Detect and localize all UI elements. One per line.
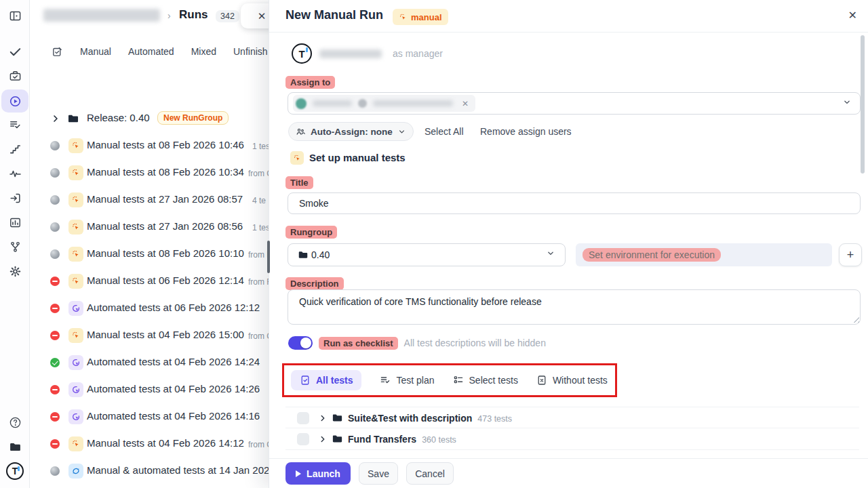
run-title[interactable]: Automated tests at 04 Feb 2026 14:24 <box>87 356 260 367</box>
projects-folder-icon[interactable] <box>0 436 30 457</box>
runs-close-button[interactable]: ✕ <box>241 3 271 28</box>
filter-clipboard-icon[interactable] <box>52 46 63 58</box>
expand-chevron-icon[interactable] <box>318 434 328 444</box>
manual-cursor-icon <box>399 13 408 22</box>
run-as-checklist-row: Run as checklist All test descriptions w… <box>288 336 546 350</box>
help-icon[interactable] <box>0 412 30 432</box>
run-list-item[interactable]: Automated tests at 06 Feb 2026 12:12 <box>30 299 271 318</box>
remove-chip-icon[interactable]: ✕ <box>462 99 469 108</box>
filter-tab-automated[interactable]: Automated <box>128 46 174 57</box>
run-title[interactable]: Manual tests at 27 Jan 2026 08:56 <box>87 220 243 232</box>
tab-select-tests[interactable]: Select tests <box>453 375 518 386</box>
run-list-item[interactable]: Manual tests at 27 Jan 2026 08:57 4 te <box>30 190 271 209</box>
remove-assign-users-button[interactable]: Remove assign users <box>480 126 572 137</box>
branch-icon[interactable] <box>0 237 30 257</box>
run-list-item[interactable]: Manual tests at 08 Feb 2026 10:46 1 tes <box>30 136 271 155</box>
analytics-icon[interactable] <box>0 212 30 232</box>
list-check-icon <box>380 375 391 386</box>
assign-users-select[interactable]: ✕ <box>288 92 861 115</box>
panel-toggle-icon[interactable] <box>0 5 30 26</box>
filter-tab-manual[interactable]: Manual <box>80 46 111 57</box>
run-title[interactable]: Manual tests at 27 Jan 2026 08:57 <box>87 193 243 205</box>
run-list-item[interactable]: Manual tests at 08 Feb 2026 10:10 from M <box>30 245 271 264</box>
breadcrumb-separator: › <box>167 10 171 21</box>
rungroup-dropdown[interactable]: 0.40 <box>288 243 566 266</box>
cancel-button[interactable]: Cancel <box>406 462 454 485</box>
run-list-item[interactable]: Manual tests at 27 Jan 2026 08:56 1 tes <box>30 218 271 237</box>
run-title[interactable]: Automated tests at 04 Feb 2026 14:16 <box>87 410 260 422</box>
run-title[interactable]: Manual tests at 06 Feb 2026 12:14 <box>87 274 244 286</box>
auto-assign-dropdown[interactable]: Auto-Assign: none <box>288 122 414 141</box>
tab-without-tests[interactable]: Without tests <box>536 375 608 386</box>
checklist-icon <box>453 375 464 386</box>
run-list-item[interactable]: Manual tests at 06 Feb 2026 12:14 from R <box>30 272 271 291</box>
suite-name[interactable]: Suite&Test with description473 tests <box>348 413 512 424</box>
save-button[interactable]: Save <box>359 462 398 485</box>
run-title[interactable]: Manual tests at 04 Feb 2026 14:12 <box>87 437 244 449</box>
run-list-item[interactable]: Automated tests at 04 Feb 2026 14:16 <box>30 407 271 426</box>
modal-scrollbar-thumb[interactable] <box>861 35 865 174</box>
breadcrumb-runs-title[interactable]: Runs <box>179 8 208 22</box>
run-list-item[interactable]: Manual tests at 04 Feb 2026 14:12 from C <box>30 434 271 453</box>
status-unexecuted-icon <box>50 222 60 232</box>
automated-run-icon <box>68 382 83 397</box>
import-icon[interactable] <box>0 188 30 208</box>
tasks-check-icon[interactable] <box>0 41 30 62</box>
suite-row[interactable]: Suite&Test with description473 tests <box>285 407 859 428</box>
modal-close-button[interactable]: ✕ <box>848 9 857 22</box>
test-source-tabs-annotation-box: All tests Test plan Select tests Without… <box>282 363 617 397</box>
run-title[interactable]: Manual tests at 08 Feb 2026 10:10 <box>87 247 244 259</box>
expand-chevron-icon[interactable] <box>50 113 61 124</box>
runs-page: › Runs 342 ✕ Manual Automated Mixed Unfi… <box>30 0 271 488</box>
suite-checkbox[interactable] <box>297 412 309 424</box>
run-title[interactable]: Manual tests at 08 Feb 2026 10:46 <box>87 139 244 150</box>
runs-play-icon[interactable] <box>0 91 30 111</box>
tab-all-tests[interactable]: All tests <box>291 370 361 390</box>
project-name-redacted[interactable] <box>43 9 160 22</box>
assigned-users-chip: ✕ <box>293 95 475 112</box>
document-check-icon <box>300 375 311 386</box>
expand-chevron-icon[interactable] <box>318 413 328 423</box>
add-environment-button[interactable]: + <box>839 243 862 266</box>
chevron-down-icon <box>397 127 406 136</box>
status-failed-icon <box>50 385 60 394</box>
run-meta: from R <box>248 277 271 287</box>
steps-icon[interactable] <box>0 139 30 159</box>
run-title[interactable]: Automated tests at 06 Feb 2026 12:12 <box>87 302 260 313</box>
filter-tab-unfinished[interactable]: Unfinish <box>233 46 268 57</box>
run-list-item[interactable]: Automated tests at 04 Feb 2026 14:26 <box>30 380 271 399</box>
suite-row[interactable]: Fund Transfers360 tests <box>285 428 859 450</box>
folder-icon <box>332 412 343 424</box>
list-scrollbar-thumb[interactable] <box>267 241 270 273</box>
briefcase-check-icon[interactable] <box>0 66 30 86</box>
manual-run-icon <box>68 247 83 262</box>
run-list-item[interactable]: Automated tests at 04 Feb 2026 14:24 <box>30 353 271 372</box>
list-check-icon[interactable] <box>0 115 30 135</box>
run-meta: from C <box>248 169 271 178</box>
environment-input[interactable]: Set environment for execution <box>576 243 832 266</box>
run-list-item[interactable]: Manual tests at 04 Feb 2026 15:00 from C <box>30 326 271 345</box>
rungroup-name[interactable]: Release: 0.40 <box>87 112 150 123</box>
pulse-icon[interactable] <box>0 163 30 184</box>
run-title[interactable]: Manual & automated tests at 14 Jan 202 <box>87 464 269 476</box>
run-title[interactable]: Manual tests at 08 Feb 2026 10:34 <box>87 166 244 178</box>
suite-checkbox[interactable] <box>297 433 309 445</box>
rungroup-row[interactable]: Release: 0.40 New RunGroup <box>30 109 271 128</box>
title-input[interactable] <box>288 192 861 214</box>
run-list-item[interactable]: Manual & automated tests at 14 Jan 202 <box>30 462 271 481</box>
filter-tab-mixed[interactable]: Mixed <box>191 46 216 57</box>
description-textarea[interactable]: Quick verification of core TMS functiona… <box>288 289 861 325</box>
run-title[interactable]: Manual tests at 04 Feb 2026 15:00 <box>87 329 244 340</box>
settings-gear-icon[interactable] <box>0 261 30 281</box>
checklist-toggle[interactable] <box>288 336 313 350</box>
select-all-button[interactable]: Select All <box>425 126 464 137</box>
launch-button[interactable]: Launch <box>285 462 351 485</box>
new-rungroup-badge: New RunGroup <box>157 111 229 125</box>
user-avatar <box>358 99 367 108</box>
suite-name[interactable]: Fund Transfers360 tests <box>348 434 456 445</box>
app-logo[interactable]: T <box>0 461 30 481</box>
run-list-item[interactable]: Manual tests at 08 Feb 2026 10:34 from C <box>30 163 271 182</box>
run-title[interactable]: Automated tests at 04 Feb 2026 14:26 <box>87 383 260 394</box>
manual-type-badge: manual <box>393 9 448 25</box>
tab-test-plan[interactable]: Test plan <box>380 375 434 386</box>
